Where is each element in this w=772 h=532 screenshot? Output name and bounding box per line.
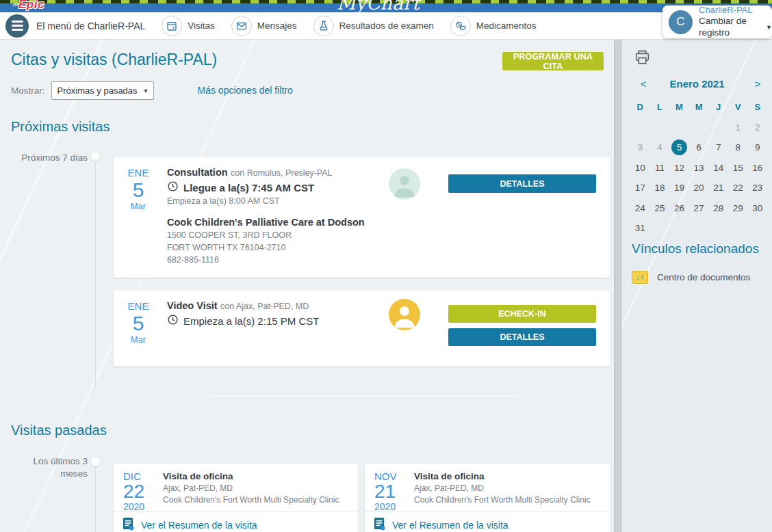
vertical-scrollbar[interactable] <box>614 40 622 532</box>
appointment-card-consultation: ENE 5 Mar Consultation con Romulus, Pres… <box>114 157 610 278</box>
print-button[interactable] <box>633 48 652 69</box>
calendar-day <box>632 120 648 135</box>
calendar-day[interactable]: 10 <box>632 160 648 176</box>
location-name: Cook Children's Palliative Care at Dodso… <box>167 217 365 228</box>
appointment-date: ENE 5 Mar <box>122 167 155 212</box>
calendar-day[interactable]: 31 <box>632 220 648 236</box>
calendar-day[interactable]: 9 <box>749 139 765 155</box>
start-time: Empieza a la(s) 8:00 AM CST <box>167 196 365 206</box>
nav-item-resultados[interactable]: Resultados de examen <box>313 16 434 36</box>
hamburger-menu-button[interactable] <box>5 14 29 38</box>
filter-select[interactable]: Próximas y pasadas ▾ <box>51 81 154 100</box>
calendar-day[interactable]: 20 <box>691 180 707 196</box>
calendar-day[interactable]: 24 <box>632 200 648 216</box>
appointment-provider: con Ajax, Pat-PED, MD <box>220 302 309 311</box>
person-silhouette-icon <box>389 168 420 200</box>
avatar: C <box>669 10 693 34</box>
visit-title: Visita de oficina <box>414 470 590 483</box>
nav-label: Medicamentos <box>476 21 537 31</box>
calendar-day[interactable]: 27 <box>691 200 707 216</box>
calendar-day[interactable]: 13 <box>691 160 707 176</box>
past-timeline-label: Los últimos 3 meses <box>0 455 88 480</box>
nav-label: Mensajes <box>257 21 297 31</box>
provider-avatar <box>389 299 420 330</box>
visit-clinic: Cook Children's Fort Worth Multi Special… <box>163 494 339 506</box>
calendar-day[interactable]: 1 <box>730 120 746 135</box>
more-filter-options-link[interactable]: Más opciones del filtro <box>198 85 293 96</box>
calendar-day[interactable]: 25 <box>652 200 667 216</box>
past-visit-card: NOV 21 2020 Visita de oficina Ajax, Pat-… <box>365 464 610 532</box>
location-address: 1500 COOPER ST, 3RD FLOOR FORT WORTH TX … <box>167 229 365 266</box>
appointment-title: Video Visit <box>167 300 218 311</box>
calendar-day[interactable]: 29 <box>730 200 746 216</box>
chevron-down-icon: ▼ <box>766 24 772 31</box>
mychart-logo: MyChart <box>337 0 420 12</box>
details-button[interactable]: DETALLES <box>448 174 596 193</box>
envelope-icon <box>231 16 252 36</box>
calendar-grid: DLMMJVS123456789101112131415161718192021… <box>630 97 767 239</box>
echeckin-button[interactable]: ECHECK-IN <box>448 305 596 323</box>
calendar-day[interactable]: 14 <box>710 160 726 176</box>
calendar-day[interactable]: 19 <box>671 180 687 196</box>
appointment-provider: con Romulus, Presley-PAL <box>231 168 332 178</box>
nav-item-mensajes[interactable]: Mensajes <box>231 16 297 36</box>
menu-label[interactable]: El menú de CharlieR-PAL <box>36 21 145 31</box>
account-switcher[interactable]: C CharlieR-PAL Cambiar de registro ▼ <box>662 5 772 38</box>
calendar-day[interactable]: 16 <box>749 160 765 176</box>
view-summary-link[interactable]: Ver el Resumen de la visita <box>392 520 509 531</box>
upcoming-visits-heading: Próximas visitas <box>11 119 110 135</box>
calendar-day[interactable]: 21 <box>710 180 726 196</box>
calendar-day[interactable]: 22 <box>730 180 746 196</box>
calendar-day-selected[interactable]: 5 <box>671 139 687 155</box>
nav-item-medicamentos[interactable]: Medicamentos <box>450 16 537 36</box>
arrive-time: Llegue a la(s) 7:45 AM CST <box>183 182 314 194</box>
calendar-day[interactable]: 11 <box>652 160 667 176</box>
details-button[interactable]: DETALLES <box>448 328 596 346</box>
calendar-day <box>671 220 687 236</box>
appointment-card-video-visit: ENE 5 Mar Video Visit con Ajax, Pat-PED,… <box>114 291 610 367</box>
calendar-day[interactable]: 23 <box>749 180 765 196</box>
calendar-day[interactable]: 17 <box>632 180 648 196</box>
visit-title: Visita de oficina <box>163 470 339 483</box>
past-visits-heading: Visitas pasadas <box>11 423 107 438</box>
pills-icon <box>450 16 471 36</box>
appointment-date: ENE 5 Mar <box>122 300 155 345</box>
visit-summary-icon <box>373 517 386 532</box>
schedule-appointment-button[interactable]: PROGRAMAR UNA CITA <box>502 52 604 70</box>
calendar-day <box>730 220 746 236</box>
view-summary-link[interactable]: Ver el Resumen de la visita <box>141 520 257 531</box>
calendar-day[interactable]: 28 <box>710 200 726 216</box>
calendar-day <box>710 220 726 236</box>
epic-logo: Epic <box>18 0 44 12</box>
calendar-day[interactable]: 30 <box>749 200 765 216</box>
visit-clinic: Cook Children's Fort Worth Multi Special… <box>414 494 590 506</box>
nav-label: Resultados de examen <box>339 21 434 31</box>
right-sidebar: < Enero 2021 > DLMMJVS123456789101112131… <box>622 40 772 532</box>
calendar-day[interactable]: 4 <box>652 139 667 155</box>
clock-icon <box>167 314 179 328</box>
calendar-day[interactable]: 15 <box>730 160 746 176</box>
calendar-day <box>691 120 707 135</box>
location-phone: 682-885-1116 <box>167 254 365 266</box>
top-navbar: El menú de CharlieR-PAL Visitas Mensajes… <box>0 12 772 40</box>
calendar-day[interactable]: 8 <box>730 139 746 155</box>
visit-date: NOV 21 2020 <box>374 470 406 514</box>
nav-item-visitas[interactable]: Visitas <box>162 16 215 36</box>
calendar-day[interactable]: 3 <box>632 139 648 155</box>
person-silhouette-icon <box>389 299 420 330</box>
calendar-day[interactable]: 2 <box>749 120 765 135</box>
calendar-weekday: D <box>632 99 648 115</box>
nav-label: Visitas <box>188 21 215 31</box>
calendar-next-button[interactable]: > <box>755 79 760 90</box>
visit-summary-icon <box>122 517 135 532</box>
timeline-dot <box>91 152 100 161</box>
document-center-link[interactable]: ↓↑ Centro de documentos <box>632 271 751 284</box>
calendar-day[interactable]: 12 <box>671 160 687 176</box>
calendar-day <box>710 120 726 135</box>
calendar-day[interactable]: 26 <box>671 200 687 216</box>
account-name: CharlieR-PAL <box>699 5 772 16</box>
related-link-label: Centro de documentos <box>657 272 751 282</box>
calendar-day[interactable]: 6 <box>691 139 707 155</box>
calendar-day[interactable]: 18 <box>652 180 667 196</box>
calendar-day[interactable]: 7 <box>710 139 726 155</box>
